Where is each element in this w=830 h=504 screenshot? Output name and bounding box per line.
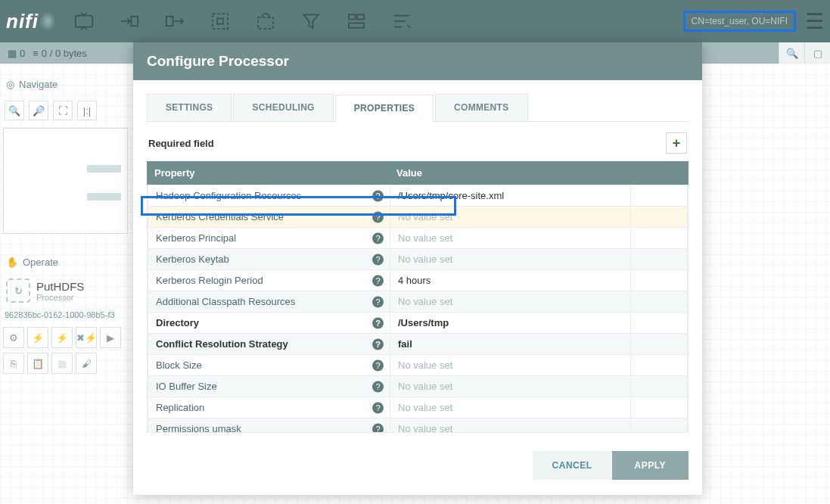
- property-action-cell: [631, 355, 688, 376]
- svg-rect-6: [349, 14, 356, 19]
- property-value-cell[interactable]: No value set: [390, 228, 631, 249]
- property-value-cell[interactable]: 4 hours: [390, 270, 631, 291]
- help-icon[interactable]: ?: [372, 296, 384, 307]
- input-port-icon[interactable]: [113, 5, 146, 38]
- property-name-cell[interactable]: Block Size?: [148, 355, 390, 376]
- help-icon[interactable]: ?: [372, 190, 384, 201]
- water-drop-icon: [40, 12, 55, 30]
- property-name-cell[interactable]: Kerberos Principal?: [148, 228, 390, 249]
- property-name-cell[interactable]: Hadoop Configuration Resources?: [148, 185, 390, 207]
- color-button[interactable]: 🖌: [76, 353, 97, 374]
- property-name-cell[interactable]: Replication?: [148, 397, 390, 418]
- property-row[interactable]: Kerberos Keytab?No value set: [148, 249, 688, 270]
- dialog-title: Configure Processor: [133, 42, 702, 80]
- zoom-out-button[interactable]: 🔎: [29, 101, 48, 120]
- property-value-cell[interactable]: No value set: [390, 291, 631, 313]
- tab-properties[interactable]: PROPERTIES: [335, 95, 434, 122]
- help-icon[interactable]: ?: [372, 423, 384, 433]
- property-action-cell: [631, 291, 688, 313]
- help-icon[interactable]: ?: [372, 275, 384, 286]
- help-icon[interactable]: ?: [372, 211, 384, 222]
- app-logo-text: nifi: [6, 10, 39, 33]
- copy-button[interactable]: ⎘: [3, 353, 24, 374]
- svg-rect-5: [258, 17, 273, 29]
- property-action-cell: [631, 249, 688, 270]
- property-row[interactable]: Conflict Resolution Strategy?fail: [148, 334, 688, 355]
- bulletin-icon[interactable]: ▢: [804, 42, 830, 64]
- property-name-cell[interactable]: IO Buffer Size?: [148, 376, 390, 397]
- paste-button[interactable]: 📋: [27, 353, 48, 374]
- property-value-cell[interactable]: /Users/tmp/core-site.xml: [390, 185, 631, 207]
- property-name-cell[interactable]: Permissions umask?: [148, 418, 390, 434]
- property-row[interactable]: Block Size?No value set: [148, 355, 688, 376]
- tab-comments[interactable]: COMMENTS: [435, 94, 527, 121]
- property-row[interactable]: Replication?No value set: [148, 397, 688, 418]
- component-uuid: 962836bc-0162-1000-98b5-f3: [3, 306, 128, 327]
- add-property-button[interactable]: +: [666, 132, 687, 154]
- cancel-button[interactable]: CANCEL: [533, 451, 612, 480]
- property-action-cell: [631, 418, 688, 434]
- play-button[interactable]: ▶: [100, 327, 121, 348]
- property-action-cell: [631, 313, 688, 334]
- group-button[interactable]: ▦: [51, 353, 73, 374]
- help-icon[interactable]: ?: [372, 338, 384, 350]
- help-icon[interactable]: ?: [372, 359, 384, 371]
- remote-group-icon[interactable]: [249, 5, 282, 38]
- disable-button[interactable]: ✖⚡: [76, 327, 97, 348]
- property-name-cell[interactable]: Kerberos Relogin Period?: [148, 270, 390, 291]
- output-port-icon[interactable]: [158, 5, 191, 38]
- property-value-cell[interactable]: No value set: [390, 376, 631, 397]
- help-icon[interactable]: ?: [372, 317, 384, 328]
- column-header-actions: [632, 161, 689, 185]
- help-icon[interactable]: ?: [372, 381, 384, 392]
- property-row[interactable]: Kerberos Relogin Period?4 hours: [148, 270, 688, 291]
- template-icon[interactable]: [340, 5, 373, 38]
- tab-settings[interactable]: SETTINGS: [147, 94, 232, 121]
- column-header-property: Property: [147, 161, 389, 185]
- dialog-tabs: SETTINGS SCHEDULING PROPERTIES COMMENTS: [147, 94, 689, 122]
- property-name-cell[interactable]: Kerberos Keytab?: [148, 249, 390, 270]
- help-icon[interactable]: ?: [372, 402, 384, 413]
- property-row[interactable]: Hadoop Configuration Resources?/Users/tm…: [148, 185, 688, 207]
- enable-button[interactable]: ⚡: [27, 327, 48, 348]
- property-row[interactable]: Directory?/Users/tmp: [148, 313, 688, 334]
- funnel-icon[interactable]: [294, 5, 328, 38]
- start-button[interactable]: ⚡: [51, 327, 73, 348]
- label-icon[interactable]: [385, 5, 418, 38]
- hamburger-menu-icon[interactable]: ☰: [805, 9, 824, 34]
- svg-rect-1: [132, 17, 138, 26]
- property-row[interactable]: Additional Classpath Resources?No value …: [148, 291, 688, 313]
- actual-size-button[interactable]: |:|: [77, 101, 97, 120]
- property-row[interactable]: Kerberos Principal?No value set: [148, 228, 688, 249]
- apply-button[interactable]: APPLY: [612, 451, 689, 480]
- property-name-cell[interactable]: Directory?: [148, 313, 390, 334]
- navigate-panel-header: ◎ Navigate: [3, 71, 128, 98]
- property-value-cell[interactable]: /Users/tmp: [390, 313, 631, 334]
- property-value-cell[interactable]: No value set: [390, 207, 631, 228]
- fit-button[interactable]: ⛶: [53, 101, 73, 120]
- birdseye-preview[interactable]: [3, 128, 128, 234]
- property-value-cell[interactable]: fail: [390, 334, 631, 355]
- help-icon[interactable]: ?: [372, 254, 384, 265]
- process-group-icon[interactable]: [204, 5, 237, 38]
- property-value-cell[interactable]: No value set: [390, 397, 631, 418]
- property-name-cell[interactable]: Kerberos Credentials Service?: [148, 207, 390, 228]
- property-value-cell[interactable]: No value set: [390, 249, 631, 270]
- property-value-cell[interactable]: No value set: [390, 355, 631, 376]
- property-name-cell[interactable]: Additional Classpath Resources?: [148, 291, 390, 313]
- help-icon[interactable]: ?: [372, 232, 384, 244]
- svg-rect-2: [166, 17, 173, 26]
- svg-rect-4: [217, 18, 223, 24]
- configure-button[interactable]: ⚙: [3, 327, 24, 348]
- processor-drag-icon[interactable]: [67, 5, 101, 38]
- tab-scheduling[interactable]: SCHEDULING: [233, 94, 333, 121]
- property-row[interactable]: IO Buffer Size?No value set: [148, 376, 688, 397]
- active-threads-indicator: ▦ 0: [8, 48, 25, 59]
- property-row[interactable]: Permissions umask?No value set: [148, 418, 688, 434]
- property-value-cell[interactable]: No value set: [390, 418, 631, 434]
- search-icon[interactable]: 🔍: [779, 42, 804, 64]
- property-name-cell[interactable]: Conflict Resolution Strategy?: [148, 334, 390, 355]
- properties-table: Property Value: [147, 161, 689, 185]
- property-row[interactable]: Kerberos Credentials Service?No value se…: [148, 207, 688, 228]
- zoom-in-button[interactable]: 🔍: [5, 101, 24, 120]
